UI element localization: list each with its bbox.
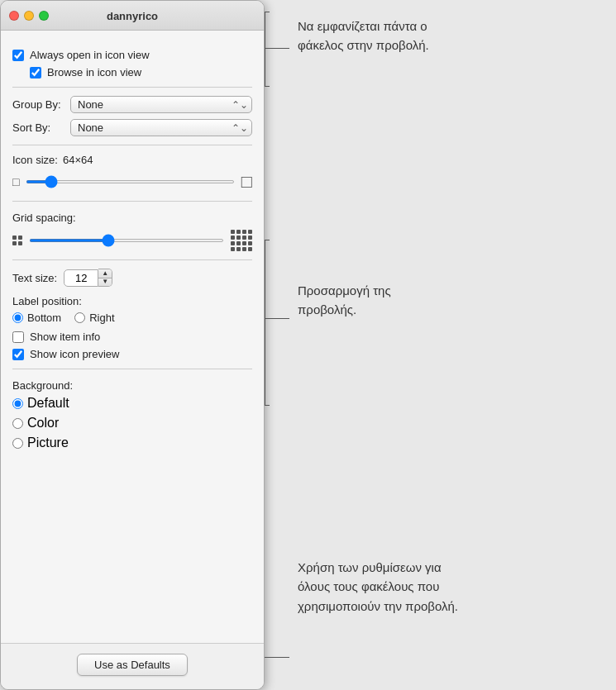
background-picture-label: Picture: [27, 435, 69, 450]
always-open-row: Always open in icon view: [12, 49, 252, 61]
label-right-radio[interactable]: [74, 312, 85, 323]
group-sort-section: Group By: None Name Kind Date Modified D…: [12, 88, 252, 145]
annotation-middle-text: Προσαρμογή τηςπροβολής.: [298, 281, 391, 320]
annotation-line-top: [265, 48, 289, 49]
background-picture-radio[interactable]: [12, 438, 23, 449]
text-size-stepper: ▲ ▼: [64, 269, 112, 287]
background-default-radio[interactable]: [12, 398, 23, 409]
label-bottom-radio[interactable]: [12, 312, 23, 323]
background-color-radio[interactable]: [12, 418, 23, 429]
annotations-overlay: Να εμφανίζεται πάντα οφάκελος στην προβο…: [265, 0, 616, 690]
background-picture-option: Picture: [12, 435, 252, 450]
icon-small-icon: □: [12, 175, 19, 188]
always-open-label: Always open in icon view: [30, 49, 150, 61]
show-icon-preview-label: Show icon preview: [30, 348, 119, 360]
grid-large-icon: [231, 230, 252, 251]
browse-label: Browse in icon view: [47, 66, 141, 79]
sort-by-select-wrapper: None Name Kind Date Modified Date Create…: [70, 119, 252, 136]
show-item-info-checkbox[interactable]: [12, 331, 24, 343]
text-size-section: Text size: ▲ ▼ Label position: Bottom: [12, 260, 252, 369]
grid-small-icon: [12, 236, 22, 245]
grid-spacing-slider[interactable]: [29, 239, 224, 242]
background-label: Background:: [12, 379, 73, 392]
label-bottom-label: Bottom: [27, 312, 61, 324]
icon-large-icon: □: [241, 171, 252, 193]
label-position-section: Label position: Bottom Right: [12, 293, 252, 324]
minimize-button[interactable]: [24, 11, 34, 21]
always-open-checkbox[interactable]: [12, 50, 24, 61]
text-size-down-button[interactable]: ▼: [98, 278, 112, 287]
group-by-row: Group By: None Name Kind Date Modified D…: [12, 96, 252, 113]
annotation-bottom-text: Χρήση των ρυθμίσεων γιαόλους τους φακέλο…: [298, 558, 458, 616]
window-footer: Use as Defaults: [1, 643, 264, 689]
browse-row: Browse in icon view: [12, 66, 252, 79]
view-options-section: Always open in icon view Browse in icon …: [12, 40, 252, 88]
sort-by-row: Sort By: None Name Kind Date Modified Da…: [12, 119, 252, 136]
icon-size-slider[interactable]: [26, 180, 234, 183]
show-icon-preview-checkbox[interactable]: [12, 349, 24, 360]
show-icon-preview-row: Show icon preview: [12, 348, 252, 360]
background-default-option: Default: [12, 396, 252, 411]
background-color-option: Color: [12, 416, 252, 431]
group-by-select[interactable]: None Name Kind Date Modified Date Create…: [70, 96, 252, 113]
annotation-bracket-top-bottom: [265, 86, 270, 87]
group-by-label: Group By:: [12, 98, 70, 111]
show-item-info-row: Show item info: [12, 331, 252, 343]
use-as-defaults-button[interactable]: Use as Defaults: [77, 654, 188, 676]
text-size-stepper-buttons: ▲ ▼: [98, 269, 112, 287]
group-by-select-wrapper: None Name Kind Date Modified Date Create…: [70, 96, 252, 113]
background-color-label: Color: [27, 416, 59, 431]
label-position-radio-group: Bottom Right: [12, 312, 252, 324]
text-size-label: Text size:: [12, 272, 57, 284]
window-title: dannyrico: [107, 10, 158, 22]
traffic-lights: [9, 11, 49, 21]
finder-info-window: dannyrico Always open in icon view Brows…: [0, 0, 265, 690]
icon-size-value: 64×64: [63, 154, 93, 166]
icon-size-slider-row: □ □: [12, 171, 252, 193]
grid-spacing-label: Grid spacing:: [12, 212, 76, 224]
annotation-bracket-middle: [265, 240, 265, 405]
background-section: Background: Default Color Picture: [12, 369, 252, 459]
annotation-bracket-middle-top: [265, 240, 270, 240]
grid-spacing-slider-row: [12, 230, 252, 251]
grid-spacing-section: Grid spacing:: [12, 202, 252, 260]
annotation-bracket-middle-bottom: [265, 405, 270, 406]
annotation-bracket-top: [265, 12, 265, 86]
label-position-label: Label position:: [12, 295, 82, 307]
annotation-line-middle: [265, 318, 289, 319]
annotation-line-bottom: [265, 657, 289, 658]
background-default-label: Default: [27, 396, 69, 411]
annotation-top-text: Να εμφανίζεται πάντα οφάκελος στην προβο…: [298, 17, 429, 55]
label-right-label: Right: [89, 312, 114, 324]
close-button[interactable]: [9, 11, 19, 21]
title-bar: dannyrico: [1, 1, 264, 31]
label-right-option: Right: [74, 312, 114, 324]
text-size-row: Text size: ▲ ▼: [12, 269, 252, 287]
show-item-info-label: Show item info: [30, 331, 100, 343]
icon-size-section: Icon size: 64×64 □ □: [12, 145, 252, 202]
sort-by-select[interactable]: None Name Kind Date Modified Date Create…: [70, 119, 252, 136]
label-bottom-option: Bottom: [12, 312, 61, 324]
icon-size-label: Icon size:: [12, 154, 58, 166]
sort-by-label: Sort By:: [12, 121, 70, 134]
background-radio-group: Default Color Picture: [12, 396, 252, 450]
browse-checkbox[interactable]: [30, 67, 41, 79]
annotation-bracket-top-top: [265, 12, 270, 12]
text-size-input[interactable]: [64, 269, 98, 287]
text-size-up-button[interactable]: ▲: [98, 269, 112, 278]
maximize-button[interactable]: [39, 11, 49, 21]
window-content: Always open in icon view Browse in icon …: [1, 31, 264, 643]
